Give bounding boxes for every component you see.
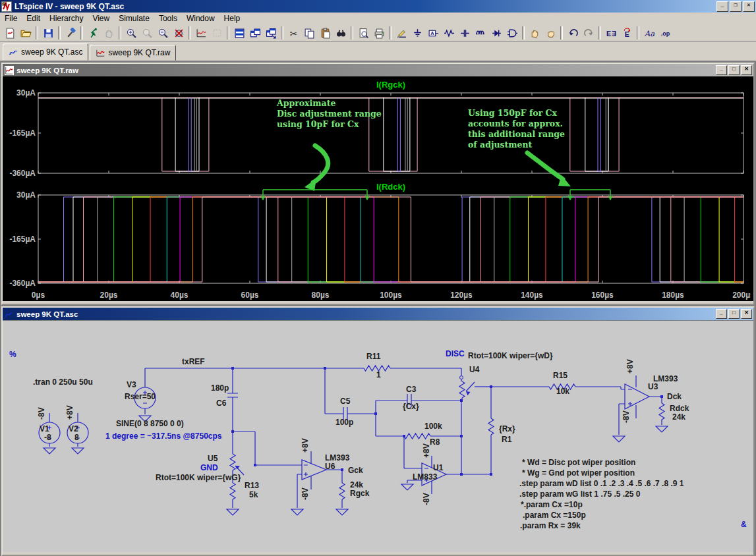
menu-file[interactable]: File [0,13,22,24]
print-button[interactable] [371,26,387,41]
schematic-wire [227,368,238,431]
undo-button[interactable] [565,26,581,41]
svg-text:Aa: Aa [644,28,654,38]
y-axis-label: -165µA [9,128,36,138]
find-button[interactable] [333,26,349,41]
y-axis-label: -360µA [9,279,36,288]
minimize-button[interactable]: _ [716,65,727,75]
pan-button[interactable] [209,26,225,41]
open-folder-button[interactable] [18,26,34,41]
menu-window[interactable]: Window [182,13,219,24]
menu-view[interactable]: View [88,13,114,24]
net-label-icon: A [428,28,439,39]
schematic-wire [625,384,649,409]
close-button[interactable]: ✕ [741,65,752,75]
diode-button[interactable] [488,26,504,41]
tab-sweep-9K-QT-asc[interactable]: sweep 9K QT.asc [3,43,88,61]
waveform-window-title-bar[interactable]: sweep 9K QT.raw _ □ ✕ [3,64,753,76]
new-schematic-button[interactable] [2,26,18,41]
wire-button[interactable] [393,26,409,41]
x-axis-label: 40µs [171,291,189,300]
move-button[interactable] [527,26,542,41]
tile-horizontal-icon [234,28,245,39]
toolbar-separator [598,26,601,40]
menu-edit[interactable]: Edit [22,13,45,24]
cut-button[interactable]: ✂ [285,26,301,41]
mirror-button[interactable]: EE [603,26,619,41]
annotation-right: accounts for approx. [468,119,563,128]
cascade-windows-button[interactable] [263,26,279,41]
control-panel-hammer-button[interactable] [63,26,78,41]
copy-button[interactable] [301,26,317,41]
tile-horizontal-button[interactable] [231,26,247,41]
schematic-canvas[interactable]: %.tran 0 250u 50u-8V+8VV1-8V28V3Rser=50S… [3,320,753,552]
zoom-out-button[interactable] [155,26,171,41]
paste-button[interactable] [317,26,333,41]
y-axis-label: 30µA [16,88,36,97]
zoom-back-button[interactable] [139,26,155,41]
svg-text:E: E [606,29,611,37]
schematic-label: C5 [340,397,351,406]
rotate-button[interactable]: E [619,26,635,41]
tile-vertical-button[interactable] [247,26,263,41]
menu-tools[interactable]: Tools [154,13,182,24]
save-button[interactable] [40,26,56,41]
minimize-button[interactable]: _ [716,309,727,319]
component-button[interactable] [504,26,520,41]
schematic-label: 1 [376,370,381,379]
capacitor-button[interactable] [457,26,473,41]
schematic-wire [339,483,345,499]
spice-directive-button[interactable]: .op [657,26,673,41]
schematic-window-title-bar[interactable]: sweep 9K QT.asc _ □ ✕ [3,308,753,320]
text-button[interactable]: Aa [641,26,657,41]
close-button[interactable]: ✕ [741,309,752,319]
undo-icon [567,28,579,39]
zoom-back-icon [142,28,153,39]
menu-help[interactable]: Help [219,13,245,24]
schematic-label: R8 [430,437,440,447]
print-preview-button[interactable] [355,26,371,41]
trace-title-rdck: I(Rdck) [376,182,405,192]
tab-sweep-9K-QT-raw[interactable]: sweep 9K QT.raw [90,45,176,61]
schematic-label: 8 [74,433,79,442]
net-label-button[interactable]: A [425,26,441,41]
trace-pulse [598,97,600,171]
close-button[interactable]: ✕ [743,1,755,12]
trace-pulse [585,97,608,171]
schematic-label: {Cx} [403,402,419,411]
mirror-icon: EE [606,28,617,39]
waveform-plot-svg[interactable]: 30µA-165µA-360µA30µA-165µA-360µA0µs20µs4… [3,76,751,301]
plot-pane-border [38,195,743,283]
toolbar-separator [522,26,525,40]
toolbar-separator [58,26,61,40]
svg-text:E: E [611,29,616,37]
minimize-button[interactable]: _ [716,1,728,12]
inductor-button[interactable] [473,26,488,41]
maximize-button[interactable]: ❐ [730,1,741,12]
move-icon [529,28,540,39]
maximize-button[interactable]: □ [728,65,740,75]
schematic-wire [291,509,303,515]
schematic-svg[interactable]: %.tran 0 250u 50u-8V+8VV1-8V28V3Rser=50S… [3,321,751,552]
schematic-label: V3 [127,380,136,389]
maximize-button[interactable]: □ [728,309,740,319]
run-button[interactable] [85,26,101,41]
drag-button[interactable] [542,26,558,41]
junction-dot [231,430,234,433]
waveform-plot-area[interactable]: 30µA-165µA-360µA30µA-165µA-360µA0µs20µs4… [3,76,753,301]
redo-button[interactable] [581,26,596,41]
resistor-button[interactable] [441,26,457,41]
menu-hierarchy[interactable]: Hierarchy [45,13,88,24]
svg-text:.op: .op [660,30,670,36]
menu-simulate[interactable]: Simulate [114,13,154,24]
ground-button[interactable] [409,26,425,41]
schematic-label: Dck [667,392,682,401]
schematic-label: R13 [245,481,259,490]
zoom-full-extents-button[interactable] [171,26,187,41]
annotation-left: Disc adjustment range [277,109,382,119]
schematic-label: Gck [348,466,363,475]
schematic-label: 100p [335,418,353,427]
autorange-plot-button[interactable] [193,26,209,41]
zoom-in-button[interactable] [123,26,139,41]
halt-hand-button[interactable] [101,26,117,41]
